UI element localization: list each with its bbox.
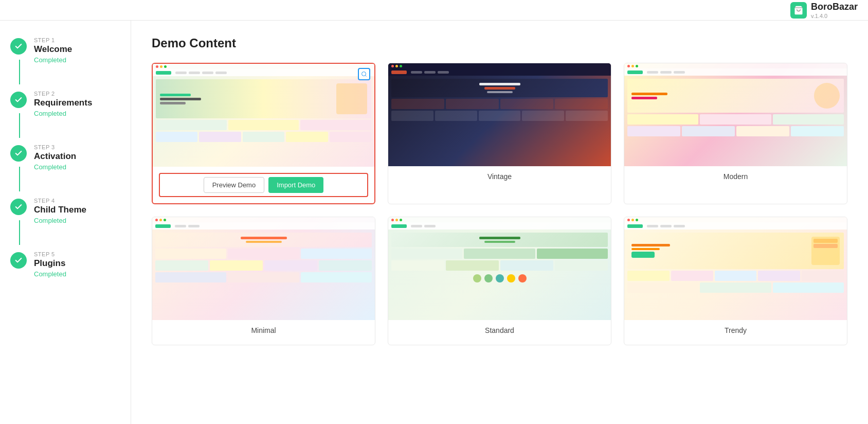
step-circle-5 bbox=[10, 252, 27, 269]
thumb-block bbox=[479, 111, 521, 121]
thumb-nav-vintage bbox=[388, 68, 611, 76]
thumb-nav-item bbox=[647, 71, 658, 74]
thumb-block bbox=[627, 282, 698, 293]
thumb-nav-item bbox=[660, 225, 672, 227]
app-container: BoroBazar v.1.4.0 STEP 1 Welcome Complet… bbox=[0, 0, 868, 424]
thumb-nav-item bbox=[175, 225, 186, 227]
step-content-4: STEP 4 Child Theme Completed bbox=[34, 198, 86, 224]
thumb-hero-minimal bbox=[155, 233, 372, 247]
thumb-nav-item bbox=[674, 225, 685, 227]
dot-green bbox=[400, 219, 402, 221]
demo-name-minimal: Minimal bbox=[158, 326, 369, 334]
demo-thumbnail-minimal bbox=[152, 217, 375, 320]
step-status-3: Completed bbox=[34, 163, 76, 171]
thumb-block bbox=[522, 111, 564, 121]
thumb-row bbox=[391, 260, 608, 271]
step-status-4: Completed bbox=[34, 217, 86, 224]
main-layout: STEP 1 Welcome Completed STEP 2 Requirem… bbox=[0, 21, 868, 424]
thumb-food bbox=[811, 237, 840, 265]
thumb-block bbox=[330, 132, 371, 142]
thumb-nav-modern bbox=[624, 68, 847, 76]
step-label-1: STEP 1 bbox=[34, 37, 72, 43]
thumb-row bbox=[391, 99, 608, 109]
thumb-text-1 bbox=[160, 94, 191, 96]
step-label-2: STEP 2 bbox=[34, 91, 92, 97]
thumb-text-standard bbox=[479, 237, 520, 243]
step-header-1: STEP 1 Welcome Completed bbox=[10, 37, 120, 64]
demo-card-vintage: Vintage bbox=[388, 63, 611, 204]
step-circle-3 bbox=[10, 145, 27, 162]
step-item-activation: STEP 3 Activation Completed bbox=[0, 138, 131, 177]
thumb-text bbox=[479, 237, 520, 239]
thumb-block bbox=[555, 99, 608, 109]
thumb-hero-standard bbox=[391, 233, 608, 247]
thumb-block bbox=[802, 271, 844, 281]
step-label-4: STEP 4 bbox=[34, 198, 86, 204]
demo-footer-minimal: Minimal bbox=[152, 320, 375, 345]
thumb-nav-item bbox=[674, 71, 685, 74]
thumb-row bbox=[155, 249, 372, 259]
thumb-icon-circle bbox=[507, 274, 515, 282]
thumb-row bbox=[155, 260, 372, 271]
step-circle-1 bbox=[10, 38, 27, 55]
thumb-text bbox=[484, 87, 515, 90]
thumb-nav-minimal bbox=[152, 222, 375, 229]
thumb-text bbox=[631, 248, 660, 250]
thumb-nav-item bbox=[202, 72, 213, 74]
thumb-icon-circle bbox=[473, 274, 481, 282]
dot-green bbox=[164, 219, 166, 221]
demo-card-default: Preview Demo Import Demo bbox=[152, 63, 375, 204]
thumb-nav-logo bbox=[156, 71, 171, 75]
thumb-search bbox=[631, 252, 655, 258]
thumb-nav-item bbox=[175, 72, 187, 74]
thumb-nav-item bbox=[660, 71, 672, 74]
thumb-nav-logo bbox=[627, 224, 643, 228]
thumb-icons bbox=[391, 272, 608, 285]
thumb-content-vintage bbox=[388, 76, 611, 124]
demo-footer-vintage: Vintage bbox=[388, 166, 611, 191]
preview-demo-button-default[interactable]: Preview Demo bbox=[204, 177, 265, 193]
thumb-block bbox=[671, 271, 713, 281]
thumb-bar-modern bbox=[624, 63, 847, 68]
demo-thumbnail-trendy bbox=[624, 217, 847, 320]
step-item-plugins: STEP 5 Plugins Completed bbox=[0, 245, 131, 284]
dot-yellow bbox=[395, 219, 398, 221]
step-header-4: STEP 4 Child Theme Completed bbox=[10, 198, 120, 224]
check-icon-1 bbox=[14, 42, 23, 50]
import-demo-button-default[interactable]: Import Demo bbox=[268, 177, 323, 193]
focus-icon bbox=[358, 68, 370, 80]
dot-green bbox=[400, 65, 402, 67]
demo-footer-modern: Modern bbox=[624, 166, 847, 191]
thumb-block bbox=[537, 249, 608, 259]
dot-yellow bbox=[631, 65, 634, 67]
dot-red bbox=[391, 219, 394, 221]
demo-thumbnail-vintage bbox=[388, 63, 611, 166]
thumb-row bbox=[627, 126, 844, 136]
thumb-block bbox=[391, 99, 444, 109]
step-header-2: STEP 2 Requirements Completed bbox=[10, 91, 120, 117]
thumb-block bbox=[391, 249, 462, 259]
thumb-block bbox=[627, 114, 698, 125]
step-item-welcome: STEP 1 Welcome Completed bbox=[0, 31, 131, 70]
check-icon-2 bbox=[14, 96, 23, 104]
demo-name-modern: Modern bbox=[630, 172, 841, 181]
thumb-nav-standard bbox=[388, 222, 611, 229]
thumb-block bbox=[682, 126, 735, 136]
brand-icon bbox=[790, 2, 807, 19]
thumb-block bbox=[773, 114, 844, 125]
thumb-text bbox=[631, 244, 670, 246]
step-header-5: STEP 5 Plugins Completed bbox=[10, 251, 120, 278]
dot-green bbox=[636, 65, 638, 67]
thumb-block bbox=[264, 260, 317, 271]
thumb-text bbox=[487, 91, 513, 93]
step-status-2: Completed bbox=[34, 110, 92, 117]
thumb-row bbox=[627, 114, 844, 125]
thumb-nav-logo bbox=[391, 224, 407, 228]
thumb-block bbox=[500, 99, 553, 109]
thumb-row bbox=[155, 272, 372, 282]
dot-red bbox=[391, 65, 394, 67]
thumb-nav-logo bbox=[391, 70, 407, 74]
thumb-block bbox=[199, 132, 241, 142]
thumb-text bbox=[631, 97, 657, 99]
thumb-text-3 bbox=[160, 102, 186, 104]
